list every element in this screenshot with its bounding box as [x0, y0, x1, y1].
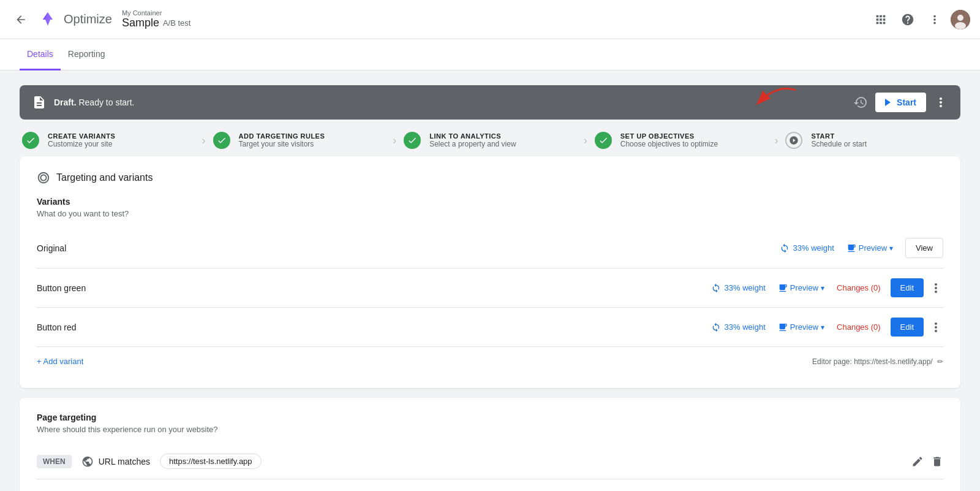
preview-icon-green	[778, 283, 788, 293]
app-logo	[37, 9, 59, 31]
draft-icon	[32, 95, 47, 110]
variant-name-red: Button red	[37, 322, 711, 332]
targeting-variants-card: Targeting and variants Variants What do …	[20, 156, 960, 388]
variant-preview-red[interactable]: Preview ▾	[778, 322, 824, 332]
more-icon-button[interactable]	[924, 9, 946, 31]
svg-point-2	[957, 15, 963, 21]
more-icon-red[interactable]	[929, 320, 943, 335]
edit-button-green[interactable]: Edit	[891, 278, 924, 297]
preview-icon-red	[778, 322, 788, 332]
url-value-chip: https://test-ls.netlify.app	[160, 454, 262, 469]
changes-button-red[interactable]: Changes (0)	[837, 322, 881, 332]
step-set-objectives[interactable]: SET UP OBJECTIVES Choose objectives to o…	[592, 129, 770, 151]
target-icon	[37, 171, 50, 185]
variant-preview-original[interactable]: Preview ▾	[846, 243, 893, 253]
container-info: My Container Sample A/B test	[122, 9, 191, 29]
preview-dropdown-original[interactable]: ▾	[889, 244, 893, 253]
start-button[interactable]: Start	[875, 93, 926, 112]
page-targeting-title: Page targeting	[37, 413, 943, 422]
variant-row-button-red: Button red 33% weight Preview ▾ Changes …	[37, 308, 943, 347]
red-arrow	[753, 84, 802, 108]
container-title: Sample	[122, 17, 159, 29]
history-icon[interactable]	[853, 95, 868, 110]
variant-weight-original: 33% weight	[780, 243, 834, 253]
variant-name-green: Button green	[37, 283, 711, 293]
step-circle-outline-5	[785, 132, 802, 149]
draft-more-icon[interactable]	[933, 95, 948, 110]
tabs-bar: Details Reporting	[0, 39, 980, 70]
step-start[interactable]: START Schedule or start	[783, 129, 960, 151]
svg-point-3	[955, 22, 966, 29]
variant-row-button-green: Button green 33% weight Preview ▾ Change…	[37, 268, 943, 308]
variant-weight-green: 33% weight	[711, 283, 766, 293]
tab-reporting[interactable]: Reporting	[61, 39, 113, 70]
step-check-icon	[22, 132, 39, 149]
step-chevron-2: ›	[393, 134, 396, 147]
step-chevron-1: ›	[202, 134, 206, 147]
step-chevron-4: ›	[774, 134, 778, 147]
play-icon	[885, 99, 891, 106]
step-check-icon-3	[404, 132, 421, 149]
variant-preview-green[interactable]: Preview ▾	[778, 283, 824, 293]
editor-page-info: Editor page: https://test-ls.netlify.app…	[812, 352, 943, 371]
step-link-analytics[interactable]: LINK TO ANALYTICS Select a property and …	[401, 129, 579, 151]
step-add-targeting[interactable]: ADD TARGETING RULES Target your site vis…	[211, 129, 388, 151]
url-delete-icon[interactable]	[931, 455, 943, 468]
preview-icon-original	[846, 243, 856, 253]
add-variant-button[interactable]: + Add variant	[37, 349, 83, 373]
steps-bar: CREATE VARIANTS Customize your site › AD…	[20, 129, 960, 151]
preview-dropdown-green[interactable]: ▾	[821, 284, 824, 292]
back-button[interactable]	[10, 9, 32, 31]
step-check-icon-4	[595, 132, 612, 149]
step-chevron-3: ›	[584, 134, 587, 147]
when-badge: WHEN	[37, 455, 72, 468]
variant-row-original: Original 33% weight Preview ▾ View	[37, 228, 943, 268]
grid-icon-button[interactable]	[870, 9, 892, 31]
url-matches-label: URL matches	[99, 457, 150, 466]
help-icon-button[interactable]	[897, 9, 919, 31]
draft-status: Draft. Ready to start.	[54, 97, 135, 107]
url-edit-icon[interactable]	[911, 455, 924, 468]
step-create-variants[interactable]: CREATE VARIANTS Customize your site	[20, 129, 197, 151]
weight-icon-green	[711, 283, 721, 293]
variant-name-original: Original	[37, 243, 780, 253]
globe-icon	[81, 455, 94, 468]
variant-weight-red: 33% weight	[711, 322, 766, 332]
preview-dropdown-red[interactable]: ▾	[821, 323, 824, 332]
step-check-icon-2	[213, 132, 230, 149]
draft-bar: Draft. Ready to start. Start	[20, 85, 960, 120]
add-url-button[interactable]: + Add URL rule	[75, 487, 129, 491]
more-icon-green[interactable]	[929, 281, 943, 295]
editor-page-edit-icon[interactable]: ✏	[937, 357, 943, 366]
page-targeting-card: Page targeting Where should this experie…	[20, 398, 960, 491]
changes-button-green[interactable]: Changes (0)	[837, 283, 881, 292]
variants-subtitle: What do you want to test?	[37, 209, 943, 218]
avatar[interactable]	[951, 10, 970, 29]
container-label: My Container	[122, 9, 191, 17]
view-button-original[interactable]: View	[905, 238, 943, 258]
page-targeting-subtitle: Where should this experience run on your…	[37, 425, 943, 434]
variants-title: Variants	[37, 197, 943, 207]
app-name: Optimize	[64, 12, 112, 26]
section-title: Targeting and variants	[56, 172, 153, 183]
tab-details[interactable]: Details	[20, 39, 61, 70]
weight-icon-original	[780, 243, 790, 253]
edit-button-red[interactable]: Edit	[891, 318, 924, 337]
experiment-type: A/B test	[163, 18, 191, 28]
url-rule-row: WHEN URL matches https://test-ls.netlify…	[37, 444, 943, 479]
add-url-row: AND + Add URL rule	[37, 479, 943, 491]
weight-icon-red	[711, 322, 721, 332]
